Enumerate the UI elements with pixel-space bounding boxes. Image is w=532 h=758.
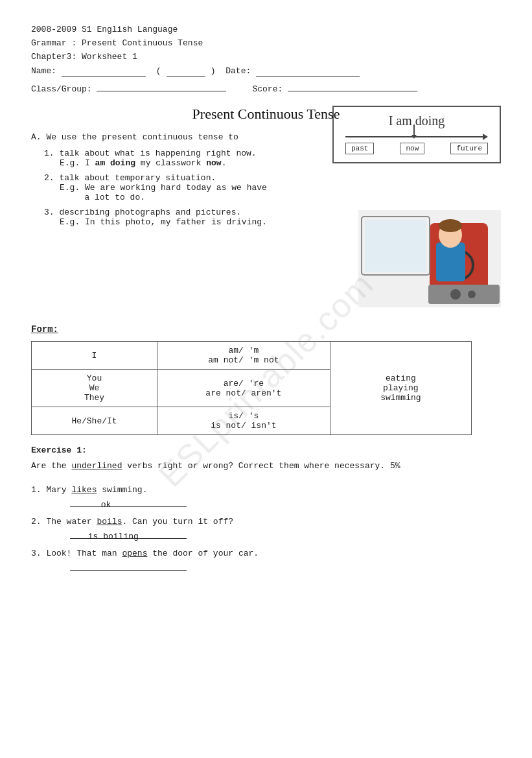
subject-i: I [32,342,157,370]
q2-answer: is boiling [88,532,139,541]
timeline-past-box: past [345,143,374,154]
table-row: I am/ 'mam not/ 'm not eatingplayingswim… [32,342,472,370]
header-line1: 2008-2009 S1 English Language [31,23,501,37]
svg-rect-12 [365,220,426,272]
name-field [62,67,146,77]
name-label: Name: [31,65,56,78]
name-field2 [167,67,205,77]
form-table: I am/ 'mam not/ 'm not eatingplayingswim… [31,341,472,435]
point2-example: E.g. We are working hard today as we hav… [44,183,267,202]
paren-close: ) [211,65,221,78]
svg-rect-7 [436,243,465,281]
score-field [288,81,417,91]
subject-he-she-it: He/She/It [32,407,157,435]
form-label: Form: [31,324,501,335]
paren-open: ( [151,65,161,78]
point1-number: 1. [44,148,59,158]
class-label: Class/Group: [31,84,92,94]
q3-text: 3. Look! That man opens the door of your… [31,547,501,561]
header-line3: Chapter3: Worksheet 1 [31,51,501,64]
photo-area [358,210,501,307]
q2-text: 2. The water boils. Can you turn it off? [31,515,501,529]
verb-he-she-it: is/ 'sis not/ isn't [157,407,330,435]
diagram-box: I am doing past now future [332,106,501,163]
diagram-title: I am doing [341,113,492,128]
point1-text: talk about what is happening right now. [59,148,256,158]
svg-point-15 [468,290,476,298]
point3-number: 3. [44,207,59,217]
q1-answer-line [70,497,187,507]
timeline-now-box: now [400,143,424,154]
svg-rect-13 [428,285,500,304]
svg-point-14 [450,289,461,300]
section-a: A. We use the present continuous tense t… [31,130,501,307]
point3-text: describing photographs and pictures. [59,207,241,217]
point3-example: E.g. In this photo, my father is driving… [60,217,267,227]
class-field [97,81,226,91]
exercise1-section: Exercise 1: Are the underlined verbs rig… [31,445,501,573]
point2-number: 2. [44,173,59,183]
svg-point-9 [439,219,462,232]
q3-answer-line [70,561,187,571]
score-label: Score: [252,84,283,94]
question-1: 1. Mary likes swimming. ok [31,483,501,510]
timeline-future-box: future [450,143,488,154]
date-label: Date: [226,65,251,78]
question-2: 2. The water boils. Can you turn it off?… [31,515,501,541]
q1-answer: ok [101,500,111,510]
point2-text: talk about temporary situation. [59,173,216,183]
question-3: 3. Look! That man opens the door of your… [31,547,501,573]
examples-col: eatingplayingswimming [330,342,471,435]
header-block: 2008-2009 S1 English Language Grammar : … [31,23,501,97]
verb-you-we-they: are/ 'reare not/ aren't [157,370,330,407]
subject-you-we-they: YouWeThey [32,370,157,407]
header-line2: Grammar : Present Continuous Tense [31,37,501,51]
date-field [256,67,360,77]
exercise1-title: Exercise 1: [31,445,501,455]
point1-example: E.g. I am doing my classwork now. [60,158,226,168]
q1-text: 1. Mary likes swimming. [31,483,501,497]
exercise1-instruction: Are the underlined verbs right or wrong?… [31,459,501,473]
verb-i: am/ 'mam not/ 'm not [157,342,330,370]
form-section: Form: I am/ 'mam not/ 'm not eatingplayi… [31,324,501,435]
